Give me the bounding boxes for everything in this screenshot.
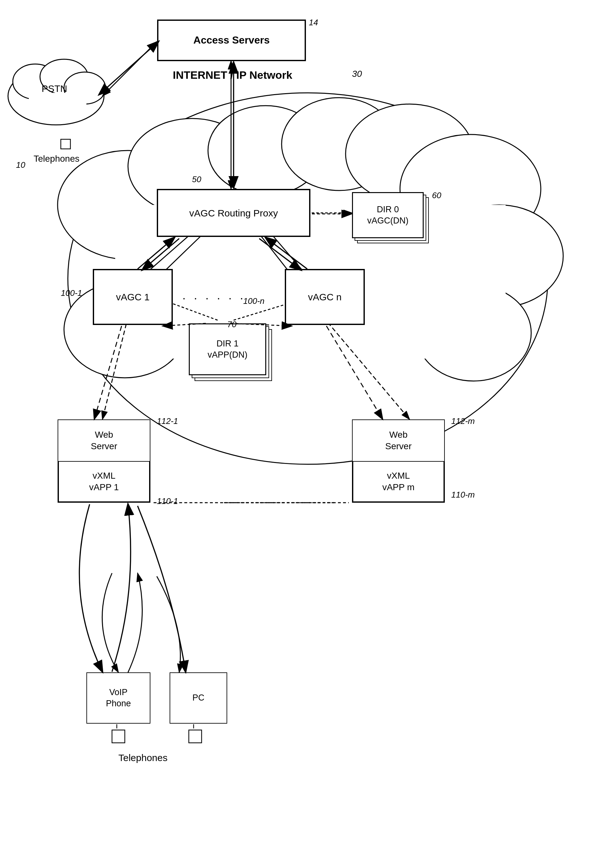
svg-line-29 — [323, 317, 410, 420]
web-server-1-group: WebServer vXMLvAPP 1 — [57, 420, 151, 503]
svg-point-16 — [416, 285, 531, 381]
svg-line-19 — [102, 42, 157, 96]
svg-line-42 — [266, 237, 307, 269]
ws1-ref: 112-1 — [157, 416, 178, 426]
dir1-ref: 70 — [227, 320, 236, 329]
svg-rect-31 — [61, 139, 71, 149]
svg-line-45 — [94, 326, 122, 419]
svg-rect-7 — [29, 93, 86, 115]
pstn-label: PSTN — [42, 83, 67, 94]
svg-line-40 — [138, 237, 175, 269]
dir1-stacked: DIR 1vAPP(DN) — [189, 323, 272, 381]
dir0-stacked: DIR 0vAGC(DN) — [352, 192, 429, 243]
internet-label: INTERNET / IP Network — [173, 69, 292, 81]
svg-rect-33 — [189, 730, 202, 743]
dots-vagc: · · · · · · — [182, 292, 246, 305]
internet-ref: 30 — [352, 69, 362, 79]
svg-point-12 — [282, 98, 397, 190]
vappm-ref: 110-m — [451, 490, 475, 500]
access-servers-box: Access Servers — [157, 20, 306, 61]
vagc-routing-proxy-box: vAGC Routing Proxy — [157, 189, 310, 237]
vapp1-ref: 110-1 — [157, 496, 178, 506]
svg-line-36 — [99, 42, 158, 94]
telephones-top-label: Telephones — [34, 154, 79, 164]
svg-line-46 — [327, 326, 383, 419]
dir0-ref: 60 — [432, 190, 441, 201]
vagc1-box: vAGC 1 — [93, 269, 173, 325]
svg-point-15 — [435, 205, 563, 307]
svg-rect-32 — [112, 730, 125, 743]
vagcn-ref: 100-n — [243, 296, 265, 306]
vagc1-ref: 100-1 — [61, 288, 82, 298]
svg-point-13 — [346, 104, 474, 203]
svg-point-11 — [208, 106, 323, 195]
voip-phone-box: VoIPPhone — [86, 672, 151, 724]
svg-point-6 — [64, 72, 105, 104]
svg-line-41 — [259, 239, 301, 270]
wsm-ref: 112-m — [451, 416, 475, 426]
telephones-bottom-label: Telephones — [118, 752, 167, 763]
pc-symbol — [185, 727, 205, 747]
telephones-top-ref: 10 — [16, 160, 25, 170]
vagcn-box: vAGC n — [285, 269, 365, 325]
access-servers-ref: 14 — [309, 18, 318, 27]
voip-phone-symbol — [109, 727, 128, 747]
diagram-container: PSTN Telephones 10 Access Servers 14 INT… — [0, 0, 616, 852]
pc-box: PC — [170, 672, 227, 724]
svg-point-3 — [8, 67, 104, 125]
telephone-symbol-top — [56, 134, 75, 155]
svg-line-28 — [102, 317, 128, 420]
web-server-m-group: WebServer vXMLvAPP m — [352, 420, 445, 503]
svg-line-39 — [142, 239, 179, 270]
vagc-routing-proxy-ref: 50 — [192, 175, 201, 184]
